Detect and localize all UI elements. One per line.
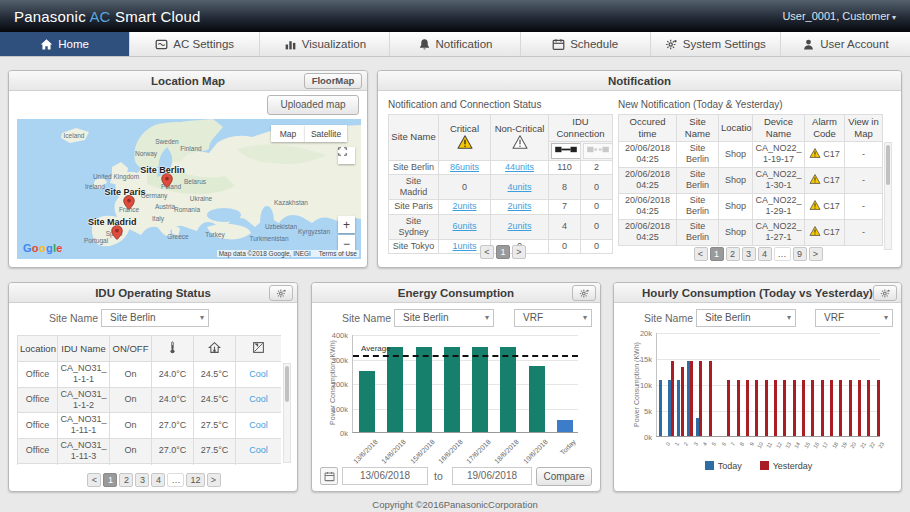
cell-room-temp: 24.5°C [194, 362, 236, 388]
hourly-bar-yesterday-h18 [830, 380, 833, 436]
new-table-scrollbar[interactable] [884, 142, 892, 250]
cell-non-critical: 2units [491, 200, 549, 214]
idu-table-scrollbar[interactable] [283, 363, 291, 463]
energy-bar-14-6-2018 [387, 347, 403, 432]
map-attribution: Map data ©2018 Google, INEGI Terms of Us… [217, 250, 359, 257]
cell-idu-name: CA_NO31_ [58, 464, 110, 466]
critical-units-link[interactable]: 2units [452, 201, 476, 211]
mode-link[interactable]: Cool [249, 394, 268, 404]
alarm-code: C17 [823, 227, 840, 237]
map-type-button[interactable]: Map [271, 125, 305, 142]
google-logo-letter: o [32, 242, 39, 254]
google-map[interactable]: IcelandSwedenNorwayFinlandUnited Kingdom… [17, 119, 361, 259]
hourly-site-select[interactable]: Site Berlin [696, 309, 796, 327]
non-critical-units-link[interactable]: 4units [507, 182, 531, 192]
compare-button[interactable]: Compare [536, 467, 592, 486]
next-page-button[interactable]: > [207, 473, 221, 487]
idu-site-select[interactable]: Site Berlin [101, 309, 209, 327]
critical-label: Critical [441, 123, 488, 135]
cell-site: Site Tokyo [389, 240, 439, 254]
cell-onoff: On [110, 464, 152, 466]
calendar-icon[interactable] [320, 467, 338, 485]
critical-units-link[interactable]: 6units [452, 221, 476, 231]
energy-panel: Energy Consumption Site Name Site Berlin… [311, 282, 601, 492]
energy-ytick: 100k [322, 404, 348, 413]
idu-settings-gear-icon[interactable] [269, 285, 293, 301]
country-label-italy: Italy [152, 215, 164, 222]
tab-ac-settings[interactable]: AC Settings [130, 32, 260, 56]
hourly-bar-yesterday-h3 [690, 361, 693, 436]
pages-ellipsis[interactable]: … [167, 473, 184, 487]
date-from-input[interactable]: 13/06/2018 [342, 467, 428, 485]
country-label-kyrgyzstan: Kyrgyzstan [298, 228, 330, 235]
floormap-button[interactable]: FloorMap [304, 73, 362, 89]
google-logo-letter: g [46, 242, 53, 254]
fullscreen-icon[interactable] [338, 147, 355, 164]
page-button-4[interactable]: 4 [758, 247, 772, 261]
prev-page-button[interactable]: < [87, 473, 101, 487]
next-page-button[interactable]: > [512, 245, 526, 259]
uploaded-map-button[interactable]: Uploaded map [267, 95, 359, 115]
cell-disconnected: 0 [581, 200, 613, 214]
user-menu[interactable]: User_0001, Customer▾ [782, 10, 896, 22]
hourly-settings-gear-icon[interactable] [873, 285, 897, 301]
non-critical-units-link[interactable]: 44units [505, 162, 534, 172]
mode-link[interactable]: Cool [249, 445, 268, 455]
non-critical-units-link[interactable]: 2units [507, 221, 531, 231]
tab-notification[interactable]: Notification [390, 32, 520, 56]
energy-type-select[interactable]: VRF [514, 309, 592, 327]
prev-page-button[interactable]: < [480, 245, 494, 259]
date-to-input[interactable]: 19/06/2018 [452, 467, 532, 485]
cell-site: Site Berlin [677, 193, 719, 219]
non-critical-units-link[interactable]: 2units [507, 201, 531, 211]
page-button-1[interactable]: 1 [710, 247, 724, 261]
tab-home[interactable]: Home [0, 32, 130, 56]
page-button-9[interactable]: 9 [793, 247, 807, 261]
tab-label: Visualization [302, 38, 366, 50]
page-button-3[interactable]: 3 [135, 473, 149, 487]
status-table-row: Site Sydney6units2units40 [389, 214, 613, 240]
mode-link[interactable]: Cool [249, 369, 268, 379]
next-page-button[interactable]: > [809, 247, 823, 261]
idu-header: IDU Operating Status [9, 283, 297, 303]
prev-page-button[interactable]: < [694, 247, 708, 261]
status-table-row: Site Paris2units2units70 [389, 200, 613, 214]
google-logo[interactable]: Google [23, 242, 63, 254]
cell-alarm: C17 [805, 141, 845, 167]
energy-site-select[interactable]: Site Berlin [394, 309, 494, 327]
satellite-type-button[interactable]: Satellite [305, 125, 347, 142]
google-logo-letter: G [23, 242, 32, 254]
idu-table-row: OfficeCA_NO31_1-11-1On27.0°C27.5°CCool [18, 413, 282, 439]
tab-user-account[interactable]: User Account [781, 32, 910, 56]
cell-location: Shop [719, 141, 753, 167]
energy-bar-16-6-2018 [444, 347, 460, 432]
alarm-warning-icon [809, 175, 821, 185]
critical-units-link[interactable]: 86units [450, 162, 479, 172]
page-button-1[interactable]: 1 [103, 473, 117, 487]
col-critical: Critical [439, 115, 491, 161]
user-account-icon [802, 38, 815, 51]
tab-system-settings[interactable]: System Settings [651, 32, 781, 56]
page-button-2[interactable]: 2 [726, 247, 740, 261]
page-button-1[interactable]: 1 [496, 245, 510, 259]
col-location: Location [18, 336, 58, 362]
new-notification-row: 20/06/2018 04:25Site BerlinShopCA_NO22_1… [619, 141, 883, 167]
mode-link[interactable]: Cool [249, 420, 268, 430]
col-alarm-code: Alarm Code [805, 115, 845, 142]
tab-visualization[interactable]: Visualization [260, 32, 390, 56]
energy-settings-gear-icon[interactable] [572, 285, 596, 301]
hourly-bar-yesterday-h16 [811, 380, 814, 436]
pages-ellipsis[interactable]: … [774, 247, 791, 261]
page-button-3[interactable]: 3 [742, 247, 756, 261]
hourly-type-select[interactable]: VRF [815, 309, 893, 327]
new-notification-row: 20/06/2018 04:25Site BerlinShopCA_NO22_1… [619, 193, 883, 219]
map-terms-link[interactable]: Terms of Use [319, 250, 357, 257]
tab-schedule[interactable]: Schedule [521, 32, 651, 56]
page-button-2[interactable]: 2 [119, 473, 133, 487]
hourly-xlabel: 22 [868, 441, 876, 449]
cell-critical: 2units [439, 200, 491, 214]
page-button-4[interactable]: 4 [151, 473, 165, 487]
map-zoom-in-button[interactable]: + [338, 216, 355, 233]
hourly-xlabel: 21 [859, 441, 867, 449]
page-button-12[interactable]: 12 [186, 473, 204, 487]
